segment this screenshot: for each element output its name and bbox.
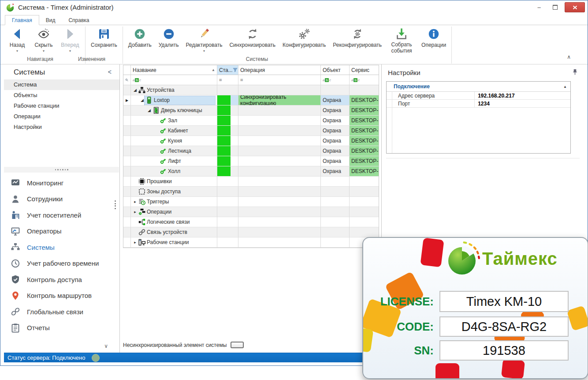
cell-name[interactable]: Зал bbox=[131, 116, 217, 126]
cell-operation[interactable] bbox=[238, 217, 321, 227]
cell-operation[interactable] bbox=[238, 197, 321, 207]
cell-status[interactable] bbox=[217, 177, 238, 187]
cell-operation[interactable] bbox=[238, 105, 321, 116]
cell-service[interactable]: DESKTOP-... bbox=[350, 126, 379, 136]
cell-object[interactable]: Охрана bbox=[321, 166, 350, 177]
dock-item[interactable]: Объекты bbox=[4, 90, 119, 101]
maximize-button[interactable] bbox=[549, 3, 561, 12]
table-row[interactable]: ЗалОхранаDESKTOP-... bbox=[123, 116, 379, 126]
cell-service[interactable]: DESKTOP-... bbox=[350, 116, 379, 126]
filter-cell-3[interactable]: = bbox=[238, 75, 321, 85]
cell-operation[interactable] bbox=[238, 136, 321, 146]
column-header-3[interactable]: Операция bbox=[238, 65, 321, 75]
chevron-down-icon[interactable]: ∨ bbox=[104, 343, 108, 349]
property-row[interactable]: Порт1234 bbox=[387, 100, 570, 108]
cell-service[interactable] bbox=[350, 197, 379, 207]
table-row[interactable]: Логические связи bbox=[123, 217, 379, 227]
ribbon-button-configure[interactable]: Конфигурировать bbox=[279, 26, 329, 49]
cell-operation[interactable] bbox=[238, 116, 321, 126]
cell-status[interactable] bbox=[217, 197, 238, 207]
cell-status[interactable] bbox=[217, 207, 238, 217]
cell-service[interactable] bbox=[350, 207, 379, 217]
cell-service[interactable]: DESKTOP-... bbox=[350, 136, 379, 146]
pin-icon[interactable] bbox=[572, 69, 578, 75]
ribbon-button-remove[interactable]: Удалить bbox=[155, 26, 182, 49]
ribbon-button-save[interactable]: Сохранить bbox=[87, 26, 121, 49]
ribbon-collapse-icon[interactable]: ∧ bbox=[567, 54, 571, 60]
cell-status[interactable] bbox=[217, 136, 238, 146]
ribbon-button-edit[interactable]: Редактировать▾ bbox=[182, 26, 226, 54]
cell-name[interactable]: Прошивки bbox=[131, 177, 217, 187]
cell-status[interactable] bbox=[217, 227, 238, 237]
cell-object[interactable] bbox=[321, 237, 350, 248]
dock-item[interactable]: Рабочие станции bbox=[4, 101, 119, 111]
filter-cell-2[interactable]: = bbox=[217, 75, 238, 85]
cell-operation[interactable]: Синхронизировать конфигурацию bbox=[238, 95, 321, 105]
vertical-splitter-handle[interactable] bbox=[115, 200, 116, 209]
tree-expand-icon[interactable]: ▸ bbox=[133, 199, 138, 204]
cell-object[interactable]: Охрана bbox=[321, 136, 350, 146]
ribbon-button-collect[interactable]: Собрать события bbox=[385, 26, 418, 55]
tree-expand-icon[interactable]: ◢ bbox=[133, 88, 138, 92]
cell-operation[interactable] bbox=[238, 166, 321, 177]
cell-object[interactable] bbox=[321, 85, 350, 95]
cell-name[interactable]: Холл bbox=[131, 166, 217, 177]
table-row[interactable]: ЛестницаОхранаDESKTOP-... bbox=[123, 146, 379, 156]
table-row[interactable]: КабинетОхранаDESKTOP-... bbox=[123, 126, 379, 136]
cell-service[interactable] bbox=[350, 85, 379, 95]
cell-name[interactable]: ◢Устройства bbox=[131, 85, 217, 95]
table-row[interactable]: ▸Рабочие станции bbox=[123, 237, 379, 248]
cell-status[interactable] bbox=[217, 156, 238, 166]
minimize-button[interactable]: – bbox=[533, 3, 545, 12]
filter-cell-4[interactable]: abc bbox=[321, 75, 350, 85]
cell-service[interactable] bbox=[350, 227, 379, 237]
cell-operation[interactable] bbox=[238, 207, 321, 217]
cell-operation[interactable] bbox=[238, 126, 321, 136]
nav-item-reports[interactable]: Отчеты bbox=[4, 320, 119, 336]
column-header-4[interactable]: Объект bbox=[321, 65, 350, 75]
cell-status[interactable] bbox=[217, 95, 238, 105]
nav-item-access[interactable]: Контроль доступа bbox=[4, 271, 119, 288]
tree-expand-icon[interactable]: ◢ bbox=[147, 108, 152, 113]
cell-status[interactable] bbox=[217, 126, 238, 136]
cell-service[interactable] bbox=[350, 187, 379, 197]
column-header-0[interactable] bbox=[123, 65, 131, 75]
cell-operation[interactable] bbox=[238, 146, 321, 156]
cell-object[interactable]: Охрана bbox=[321, 146, 350, 156]
cell-operation[interactable] bbox=[238, 156, 321, 166]
cell-operation[interactable] bbox=[238, 227, 321, 237]
table-row[interactable]: ▸Операции bbox=[123, 207, 379, 217]
table-row[interactable]: ◢Устройства bbox=[123, 85, 379, 95]
cell-name[interactable]: Зоны доступа bbox=[131, 187, 217, 197]
nav-item-operators[interactable]: Операторы bbox=[4, 223, 119, 240]
cell-name[interactable]: ▸Триггеры bbox=[131, 197, 217, 207]
table-row[interactable]: ▸Триггеры bbox=[123, 197, 379, 207]
column-header-2[interactable]: Ста... bbox=[217, 65, 238, 75]
dock-item[interactable]: Система bbox=[4, 79, 119, 90]
cell-service[interactable] bbox=[350, 217, 379, 227]
horizontal-splitter[interactable] bbox=[4, 167, 119, 173]
cell-service[interactable]: DESKTOP-... bbox=[350, 146, 379, 156]
cell-object[interactable] bbox=[321, 187, 350, 197]
tab-glavnaya[interactable]: Главная bbox=[5, 15, 39, 25]
cell-service[interactable] bbox=[350, 177, 379, 187]
tab-vid[interactable]: Вид bbox=[39, 15, 62, 25]
cell-name[interactable]: Кухня bbox=[131, 136, 217, 146]
cell-name[interactable]: ◢Дверь ключницы bbox=[131, 105, 217, 116]
cell-object[interactable]: Охрана bbox=[321, 95, 350, 105]
table-row[interactable]: Зоны доступа bbox=[123, 187, 379, 197]
cell-operation[interactable] bbox=[238, 187, 321, 197]
property-row[interactable]: Адрес сервера192.168.20.217 bbox=[387, 92, 570, 100]
cell-operation[interactable] bbox=[238, 237, 321, 248]
cell-object[interactable] bbox=[321, 227, 350, 237]
table-row[interactable]: ◢Дверь ключницыОхранаDESKTOP-... bbox=[123, 105, 379, 116]
cell-object[interactable] bbox=[321, 207, 350, 217]
cell-object[interactable] bbox=[321, 197, 350, 207]
cell-operation[interactable] bbox=[238, 177, 321, 187]
nav-item-systems[interactable]: Системы bbox=[4, 239, 119, 256]
cell-service[interactable]: DESKTOP-... bbox=[350, 166, 379, 177]
cell-object[interactable] bbox=[321, 217, 350, 227]
tree-expand-icon[interactable]: ▸ bbox=[133, 240, 138, 245]
cell-name[interactable]: Связь устройств bbox=[131, 227, 217, 237]
ribbon-button-hide[interactable]: Скрыть▾ bbox=[30, 26, 57, 54]
